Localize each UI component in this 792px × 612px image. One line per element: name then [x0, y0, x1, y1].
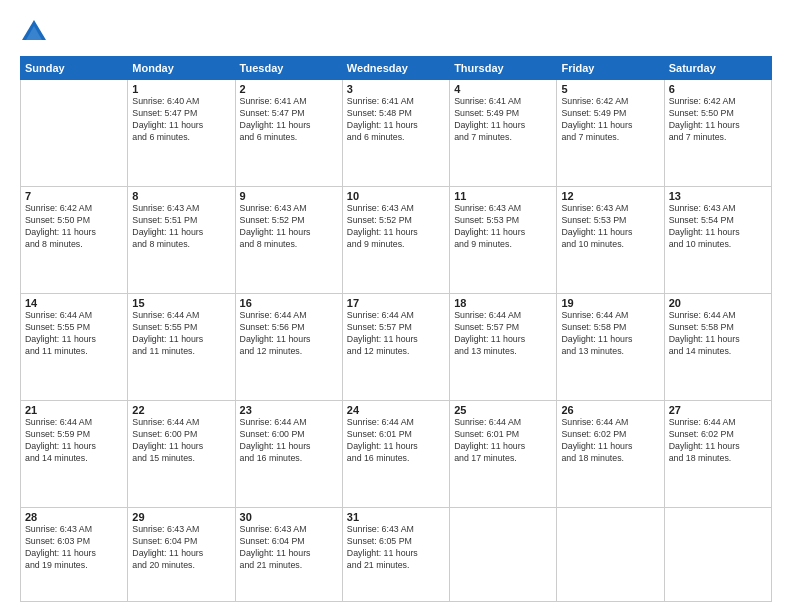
- calendar-cell: 29Sunrise: 6:43 AM Sunset: 6:04 PM Dayli…: [128, 508, 235, 602]
- day-number: 23: [240, 404, 338, 416]
- day-info: Sunrise: 6:40 AM Sunset: 5:47 PM Dayligh…: [132, 96, 230, 144]
- calendar-cell: [450, 508, 557, 602]
- calendar-cell: 28Sunrise: 6:43 AM Sunset: 6:03 PM Dayli…: [21, 508, 128, 602]
- header: [20, 18, 772, 46]
- day-number: 24: [347, 404, 445, 416]
- day-info: Sunrise: 6:44 AM Sunset: 6:02 PM Dayligh…: [669, 417, 767, 465]
- day-number: 4: [454, 83, 552, 95]
- calendar-table: SundayMondayTuesdayWednesdayThursdayFrid…: [20, 56, 772, 602]
- calendar-cell: 2Sunrise: 6:41 AM Sunset: 5:47 PM Daylig…: [235, 80, 342, 187]
- calendar-week-4: 28Sunrise: 6:43 AM Sunset: 6:03 PM Dayli…: [21, 508, 772, 602]
- calendar-cell: 5Sunrise: 6:42 AM Sunset: 5:49 PM Daylig…: [557, 80, 664, 187]
- day-info: Sunrise: 6:44 AM Sunset: 6:00 PM Dayligh…: [240, 417, 338, 465]
- day-info: Sunrise: 6:44 AM Sunset: 5:59 PM Dayligh…: [25, 417, 123, 465]
- day-number: 8: [132, 190, 230, 202]
- day-number: 31: [347, 511, 445, 523]
- day-info: Sunrise: 6:44 AM Sunset: 6:01 PM Dayligh…: [454, 417, 552, 465]
- day-info: Sunrise: 6:43 AM Sunset: 5:54 PM Dayligh…: [669, 203, 767, 251]
- day-info: Sunrise: 6:41 AM Sunset: 5:47 PM Dayligh…: [240, 96, 338, 144]
- calendar-cell: 12Sunrise: 6:43 AM Sunset: 5:53 PM Dayli…: [557, 187, 664, 294]
- calendar-cell: 15Sunrise: 6:44 AM Sunset: 5:55 PM Dayli…: [128, 294, 235, 401]
- calendar-cell: 20Sunrise: 6:44 AM Sunset: 5:58 PM Dayli…: [664, 294, 771, 401]
- weekday-header-wednesday: Wednesday: [342, 57, 449, 80]
- day-info: Sunrise: 6:44 AM Sunset: 5:55 PM Dayligh…: [132, 310, 230, 358]
- calendar-cell: 11Sunrise: 6:43 AM Sunset: 5:53 PM Dayli…: [450, 187, 557, 294]
- day-info: Sunrise: 6:44 AM Sunset: 5:58 PM Dayligh…: [669, 310, 767, 358]
- day-info: Sunrise: 6:44 AM Sunset: 6:02 PM Dayligh…: [561, 417, 659, 465]
- calendar-cell: 26Sunrise: 6:44 AM Sunset: 6:02 PM Dayli…: [557, 401, 664, 508]
- calendar-cell: 24Sunrise: 6:44 AM Sunset: 6:01 PM Dayli…: [342, 401, 449, 508]
- day-number: 5: [561, 83, 659, 95]
- day-info: Sunrise: 6:42 AM Sunset: 5:50 PM Dayligh…: [669, 96, 767, 144]
- calendar-week-0: 1Sunrise: 6:40 AM Sunset: 5:47 PM Daylig…: [21, 80, 772, 187]
- day-number: 26: [561, 404, 659, 416]
- day-info: Sunrise: 6:41 AM Sunset: 5:49 PM Dayligh…: [454, 96, 552, 144]
- day-number: 6: [669, 83, 767, 95]
- day-number: 13: [669, 190, 767, 202]
- calendar-cell: 23Sunrise: 6:44 AM Sunset: 6:00 PM Dayli…: [235, 401, 342, 508]
- day-info: Sunrise: 6:43 AM Sunset: 6:03 PM Dayligh…: [25, 524, 123, 572]
- day-info: Sunrise: 6:43 AM Sunset: 5:52 PM Dayligh…: [240, 203, 338, 251]
- weekday-header-friday: Friday: [557, 57, 664, 80]
- day-number: 28: [25, 511, 123, 523]
- day-number: 15: [132, 297, 230, 309]
- day-info: Sunrise: 6:44 AM Sunset: 5:56 PM Dayligh…: [240, 310, 338, 358]
- calendar-cell: 30Sunrise: 6:43 AM Sunset: 6:04 PM Dayli…: [235, 508, 342, 602]
- calendar-cell: 1Sunrise: 6:40 AM Sunset: 5:47 PM Daylig…: [128, 80, 235, 187]
- calendar-cell: [21, 80, 128, 187]
- day-info: Sunrise: 6:44 AM Sunset: 5:57 PM Dayligh…: [454, 310, 552, 358]
- logo: [20, 18, 52, 46]
- day-info: Sunrise: 6:41 AM Sunset: 5:48 PM Dayligh…: [347, 96, 445, 144]
- day-number: 1: [132, 83, 230, 95]
- day-number: 29: [132, 511, 230, 523]
- calendar-cell: 8Sunrise: 6:43 AM Sunset: 5:51 PM Daylig…: [128, 187, 235, 294]
- day-number: 14: [25, 297, 123, 309]
- calendar-week-3: 21Sunrise: 6:44 AM Sunset: 5:59 PM Dayli…: [21, 401, 772, 508]
- day-number: 3: [347, 83, 445, 95]
- calendar-cell: 14Sunrise: 6:44 AM Sunset: 5:55 PM Dayli…: [21, 294, 128, 401]
- calendar-cell: 17Sunrise: 6:44 AM Sunset: 5:57 PM Dayli…: [342, 294, 449, 401]
- calendar-cell: 22Sunrise: 6:44 AM Sunset: 6:00 PM Dayli…: [128, 401, 235, 508]
- day-number: 10: [347, 190, 445, 202]
- day-info: Sunrise: 6:43 AM Sunset: 5:51 PM Dayligh…: [132, 203, 230, 251]
- calendar-cell: 3Sunrise: 6:41 AM Sunset: 5:48 PM Daylig…: [342, 80, 449, 187]
- calendar-cell: 18Sunrise: 6:44 AM Sunset: 5:57 PM Dayli…: [450, 294, 557, 401]
- day-number: 17: [347, 297, 445, 309]
- day-number: 11: [454, 190, 552, 202]
- day-number: 16: [240, 297, 338, 309]
- calendar-cell: 19Sunrise: 6:44 AM Sunset: 5:58 PM Dayli…: [557, 294, 664, 401]
- day-number: 30: [240, 511, 338, 523]
- day-info: Sunrise: 6:43 AM Sunset: 6:04 PM Dayligh…: [132, 524, 230, 572]
- page: SundayMondayTuesdayWednesdayThursdayFrid…: [0, 0, 792, 612]
- calendar-cell: 21Sunrise: 6:44 AM Sunset: 5:59 PM Dayli…: [21, 401, 128, 508]
- weekday-header-saturday: Saturday: [664, 57, 771, 80]
- calendar-cell: 27Sunrise: 6:44 AM Sunset: 6:02 PM Dayli…: [664, 401, 771, 508]
- day-info: Sunrise: 6:43 AM Sunset: 6:05 PM Dayligh…: [347, 524, 445, 572]
- day-number: 19: [561, 297, 659, 309]
- calendar-cell: 6Sunrise: 6:42 AM Sunset: 5:50 PM Daylig…: [664, 80, 771, 187]
- calendar-cell: 9Sunrise: 6:43 AM Sunset: 5:52 PM Daylig…: [235, 187, 342, 294]
- day-info: Sunrise: 6:42 AM Sunset: 5:50 PM Dayligh…: [25, 203, 123, 251]
- day-number: 20: [669, 297, 767, 309]
- day-info: Sunrise: 6:42 AM Sunset: 5:49 PM Dayligh…: [561, 96, 659, 144]
- day-info: Sunrise: 6:44 AM Sunset: 5:55 PM Dayligh…: [25, 310, 123, 358]
- day-number: 25: [454, 404, 552, 416]
- calendar-cell: 4Sunrise: 6:41 AM Sunset: 5:49 PM Daylig…: [450, 80, 557, 187]
- day-info: Sunrise: 6:43 AM Sunset: 5:53 PM Dayligh…: [561, 203, 659, 251]
- day-number: 2: [240, 83, 338, 95]
- day-number: 22: [132, 404, 230, 416]
- calendar-week-1: 7Sunrise: 6:42 AM Sunset: 5:50 PM Daylig…: [21, 187, 772, 294]
- calendar-cell: [557, 508, 664, 602]
- calendar-cell: 31Sunrise: 6:43 AM Sunset: 6:05 PM Dayli…: [342, 508, 449, 602]
- calendar-cell: 25Sunrise: 6:44 AM Sunset: 6:01 PM Dayli…: [450, 401, 557, 508]
- day-info: Sunrise: 6:43 AM Sunset: 6:04 PM Dayligh…: [240, 524, 338, 572]
- weekday-header-thursday: Thursday: [450, 57, 557, 80]
- day-number: 18: [454, 297, 552, 309]
- day-info: Sunrise: 6:43 AM Sunset: 5:53 PM Dayligh…: [454, 203, 552, 251]
- calendar-cell: 7Sunrise: 6:42 AM Sunset: 5:50 PM Daylig…: [21, 187, 128, 294]
- day-number: 9: [240, 190, 338, 202]
- weekday-header-tuesday: Tuesday: [235, 57, 342, 80]
- weekday-header-monday: Monday: [128, 57, 235, 80]
- day-number: 7: [25, 190, 123, 202]
- calendar-week-2: 14Sunrise: 6:44 AM Sunset: 5:55 PM Dayli…: [21, 294, 772, 401]
